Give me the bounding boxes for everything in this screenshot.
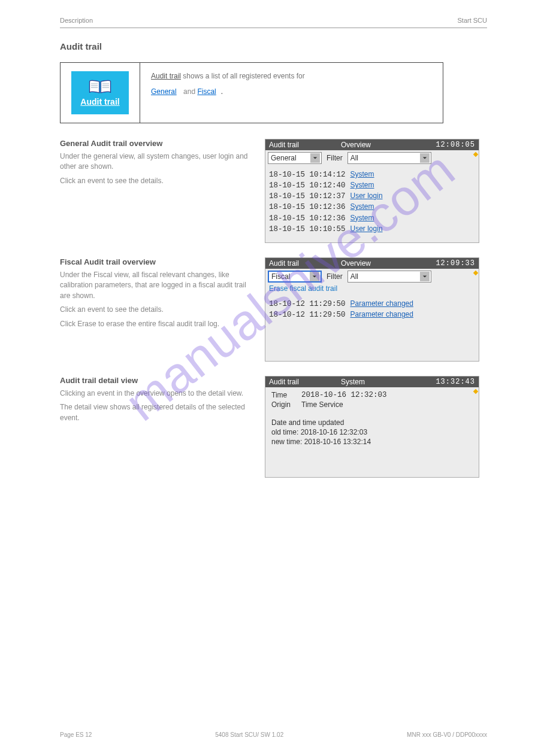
header-rule [60,28,487,28]
general-heading: General Audit trail overview [60,139,252,148]
detail-para-2: The detail view shows all registered det… [60,402,252,423]
view-select-value: General [271,154,297,162]
log-event-link[interactable]: System [350,180,374,190]
audit-trail-tile-label: Audit trail [80,97,119,107]
page-header: Description Start SCU [60,17,487,24]
view-select[interactable]: Fiscal [268,271,322,283]
row-detail: Audit trail detail view Clicking an even… [60,376,487,478]
log-list-general: 18-10-15 10:14:12System 18-10-15 10:12:4… [265,166,479,242]
log-row[interactable]: 18-10-12 11:29:50Parameter changed [269,299,476,309]
log-datetime: 18-10-15 10:12:40 [269,180,346,191]
panel-general-toolbar: General Filter All [265,150,479,166]
log-row[interactable]: 18-10-15 10:10:55User login [269,224,476,235]
detail-msg-2: old time: 2018-10-16 12:32:03 [271,428,474,436]
titlebar-left: Audit trail [269,141,341,149]
book-icon [88,79,112,95]
log-row[interactable]: 18-10-15 10:12:36System [269,213,476,224]
link-fiscal[interactable]: Fiscal [197,87,216,96]
log-event-link[interactable]: System [350,202,374,212]
titlebar-mid: Overview [341,141,436,149]
log-row[interactable]: 18-10-15 10:14:12System [269,169,476,180]
titlebar-mid: Overview [341,259,436,268]
log-list-fiscal: 18-10-12 11:29:50Parameter changed 18-10… [265,295,479,361]
log-datetime: 18-10-15 10:10:55 [269,224,346,235]
detail-origin-row: Origin Time Service [271,400,474,409]
filter-label: Filter [327,154,343,162]
footer-left: Page ES 12 [60,731,92,738]
fiscal-heading: Fiscal Audit trail overview [60,257,252,266]
filter-select[interactable]: All [347,152,431,164]
chevron-down-icon [310,153,320,163]
log-event-link[interactable]: System [350,213,374,223]
description-links: General and Fiscal. [151,87,432,96]
titlebar-mid: System [341,378,436,386]
panel-fiscal: Audit trail Overview 12:09:33 Fiscal Fil… [265,257,479,362]
filter-select-value: All [350,154,358,162]
section-title: Audit trail [60,41,487,51]
detail-body: Time 2018-10-16 12:32:03 Origin Time Ser… [265,387,479,477]
link-general[interactable]: General [151,87,177,96]
panel-detail: Audit trail System 13:32:43 Time 2018-10… [265,376,479,478]
titlebar-clock: 13:32:43 [436,378,475,386]
detail-origin-label: Origin [271,400,295,409]
and-text: and [183,87,195,96]
log-datetime: 18-10-15 10:12:36 [269,202,346,212]
row-general: General Audit trail overview Under the g… [60,139,487,243]
panel-general: Audit trail Overview 12:08:05 General Fi… [265,139,479,243]
general-para-1: Under the general view, all system chang… [60,151,252,172]
log-event-link[interactable]: Parameter changed [350,299,413,309]
log-row[interactable]: 18-10-15 10:12:36System [269,202,476,212]
detail-para-1: Clicking an event in the overview opens … [60,388,252,399]
filter-select[interactable]: All [347,271,431,283]
description-text: Audit trail shows a list of all register… [151,71,432,81]
fiscal-para-1: Under the Fiscal view, all fiscal releva… [60,270,252,301]
footer-mid: 5408 Start SCU/ SW 1.02 [215,731,283,738]
detail-msg-3: new time: 2018-10-16 13:32:14 [271,438,474,446]
log-row[interactable]: 18-10-12 11:29:50Parameter changed [269,309,476,320]
icon-cell: Audit trail [61,63,140,123]
log-event-link[interactable]: User login [350,191,383,201]
icon-description-table: Audit trail Audit trail shows a list of … [60,62,443,123]
log-datetime: 18-10-15 10:12:37 [269,191,346,202]
view-select[interactable]: General [268,152,322,164]
chevron-down-icon [420,272,430,281]
header-right: Start SCU [457,17,487,24]
log-event-link[interactable]: System [350,169,374,180]
log-event-link[interactable]: User login [350,224,383,234]
footer-right: MNR xxx GB-V0 / DDP00xxxx [407,731,487,738]
desc-tail: . [221,87,223,96]
log-event-link[interactable]: Parameter changed [350,309,413,320]
titlebar-clock: 12:09:33 [436,259,475,268]
general-para-2: Click an event to see the details. [60,176,252,186]
filter-select-value: All [350,272,358,281]
log-row[interactable]: 18-10-15 10:12:40System [269,180,476,191]
row-fiscal: Fiscal Audit trail overview Under the Fi… [60,257,487,362]
description-cell: Audit trail shows a list of all register… [140,63,443,123]
panel-fiscal-toolbar: Fiscal Filter All [265,269,479,284]
desc-text: shows a list of all registered events fo… [181,72,305,80]
panel-fiscal-titlebar: Audit trail Overview 12:09:33 [265,258,479,269]
log-row[interactable]: 18-10-15 10:12:37User login [269,191,476,202]
detail-time-value: 2018-10-16 12:32:03 [301,391,387,399]
fiscal-para-2: Click an event to see the details. [60,305,252,315]
log-datetime: 18-10-12 11:29:50 [269,309,346,320]
titlebar-clock: 12:08:05 [436,141,475,149]
detail-time-row: Time 2018-10-16 12:32:03 [271,391,474,399]
erase-fiscal-link[interactable]: Erase fiscal audit trail [265,284,479,295]
detail-heading: Audit trail detail view [60,376,252,385]
chevron-down-icon [310,272,319,281]
row-detail-text: Audit trail detail view Clicking an even… [60,376,252,427]
detail-message: Date and time updated old time: 2018-10-… [271,418,474,446]
panel-detail-titlebar: Audit trail System 13:32:43 [265,377,479,387]
titlebar-left: Audit trail [269,378,341,386]
log-datetime: 18-10-15 10:14:12 [269,169,346,180]
header-left: Description [60,17,93,24]
detail-time-label: Time [271,391,295,399]
audit-trail-tile[interactable]: Audit trail [71,71,129,114]
log-datetime: 18-10-15 10:12:36 [269,213,346,224]
row-fiscal-text: Fiscal Audit trail overview Under the Fi… [60,257,252,333]
chevron-down-icon [420,153,430,163]
page: Description Start SCU Audit trail [0,0,535,516]
desc-lead: Audit trail [151,72,181,80]
view-select-value: Fiscal [271,272,290,281]
